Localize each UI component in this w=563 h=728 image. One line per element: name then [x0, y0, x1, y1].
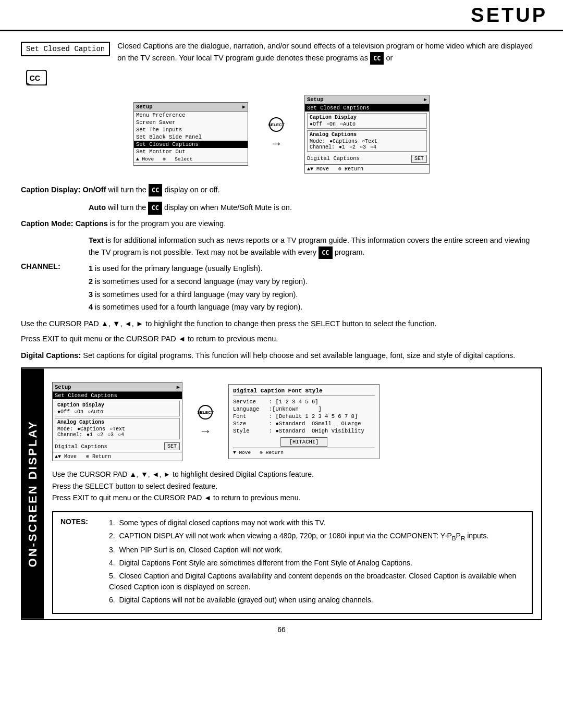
right-mockup: Setup ▶ Set Closed Captions Caption Disp… [304, 95, 430, 174]
cc-icon-large: CC [26, 70, 47, 85]
note-6: 6. Digital Captions will not be availabl… [99, 595, 524, 606]
digital-instructions: Use the CURSOR PAD ▲, ▼, ◄, ► to highlig… [52, 468, 533, 503]
dlm-title-text: Setup [55, 384, 71, 390]
hitachi-button[interactable]: [HITACHI] [280, 437, 328, 447]
digital-captions-desc: Digital Captions: Set captions for digit… [21, 350, 542, 361]
digital-select-circle: SELECT [198, 405, 213, 419]
fs-style-value: : ●Standard OHigh Visibility [269, 428, 364, 434]
analog-ch-1: ●1 [339, 144, 345, 150]
left-mockup: Setup ▶ Menu Preference Screen Saver Set… [133, 102, 248, 166]
dlm-mode-captions: ●Captions [77, 426, 105, 432]
text-mode-indent: Text is for additional information such … [89, 235, 542, 259]
analog-mode-captions: ●Captions [329, 139, 358, 144]
digital-right-arrow: → [199, 424, 212, 438]
text-rest: is for additional information such as ne… [89, 236, 530, 256]
caption-display-bold: Caption Display: On/Off [21, 186, 106, 194]
notes-label: NOTES: [60, 517, 94, 608]
set-cc-row: Set Closed Caption Closed Captions are t… [21, 41, 542, 65]
analog-mode-row: Mode: ●Captions ○Text [310, 139, 424, 144]
digital-captions-row: Digital Captions SET [305, 153, 429, 164]
dlm-ch-3: ○3 [107, 432, 114, 438]
text-end: program. [335, 248, 365, 256]
channel-item-4: 4 is sometimes used for a fourth languag… [89, 301, 308, 314]
caption-display-end: display on or off. [164, 186, 219, 194]
note-2: 2. CAPTION DISPLAY will not work when vi… [99, 530, 524, 542]
channel-section: CHANNEL: 1 is used for the primary langu… [21, 262, 542, 314]
dlm-auto: ○Auto [88, 409, 103, 415]
set-button[interactable]: SET [411, 155, 427, 163]
set-cc-desc: Closed Captions are the dialogue, narrat… [117, 41, 542, 65]
set-cc-label: Set Closed Caption [21, 42, 110, 56]
dlm-digital-label: Digital Captions [55, 443, 107, 450]
channel-item-1: 1 is used for the primary language (usua… [89, 262, 308, 275]
fs-language-label: Language [233, 406, 267, 412]
text-bold: Text [89, 236, 104, 244]
analog-ch-4: ○4 [370, 144, 376, 150]
dlm-cd-title: Caption Display [57, 402, 177, 408]
cc-badge-3: CC [319, 246, 332, 260]
digital-captions-bold-label: Digital Captions: [21, 351, 81, 360]
dlm-ch-1: ●1 [87, 432, 93, 438]
right-mockup-subtitle: Set Closed Captions [305, 104, 429, 112]
page-content: Set Closed Caption Closed Captions are t… [0, 31, 563, 644]
fs-footer: ▼ Move ⊚ Return [233, 448, 375, 455]
page-number: 66 [21, 625, 542, 634]
channel-label: CHANNEL: [21, 262, 89, 314]
fs-size-value: : ●Standard OSmall OLarge [269, 421, 361, 427]
cc-badge-inline: CC [370, 52, 384, 65]
left-mockup-item-2: Screen Saver [134, 119, 248, 126]
digital-captions-label: Digital Captions [307, 155, 360, 162]
dlm-channel-row: Channel: ●1 ○2 ○3 ○4 [57, 432, 177, 438]
captions-bold: Captions [76, 219, 108, 228]
cd-opt-off: ●Off [310, 121, 322, 127]
fs-style: Style : ●Standard OHigh Visibility [233, 428, 375, 434]
select-arrow-group: SELECT → [269, 117, 284, 151]
select-button-top: SELECT [269, 117, 284, 133]
dlm-mode-row: Mode: ●Captions ○Text [57, 426, 177, 432]
auto-end: display on when Mute/Soft Mute is on. [164, 203, 292, 212]
left-mockup-arrow: ▶ [242, 104, 246, 110]
bottom-content: Setup ▶ Set Closed Captions Caption Disp… [44, 368, 541, 619]
caption-display-title: Caption Display [310, 115, 424, 120]
dlm-mode-label: Mode: [57, 426, 73, 432]
dlm-cd-options: ●Off ○On ○Auto [57, 409, 177, 415]
left-mockup-item-6: Set Monitor Out [134, 148, 248, 155]
svg-text:CC: CC [30, 73, 41, 82]
notes-row: NOTES: 1. Some types of digital closed c… [60, 517, 524, 608]
analog-channel-row: Channel: ●1 ○2 ○3 ○4 [310, 144, 424, 150]
dlm-mode-text: ○Text [109, 426, 125, 432]
cursor-line1: Use the CURSOR PAD ▲, ▼, ◄, ► to highlig… [21, 318, 542, 329]
dlm-set-btn[interactable]: SET [164, 442, 180, 450]
digital-select-group: SELECT → [198, 405, 213, 438]
right-mockup-title-text: Setup [307, 96, 324, 103]
page-title: SETUP [0, 4, 547, 27]
dlm-arrow: ▶ [177, 384, 180, 390]
note-4: 4. Digital Captions Font Style are somet… [99, 558, 524, 569]
font-style-title: Digital Caption Font Style [233, 388, 375, 396]
dlm-title: Setup ▶ [53, 382, 182, 392]
right-mockup-footer: ▲▼ Move ⊚ Return [305, 164, 429, 173]
fs-style-label: Style [233, 428, 267, 434]
screen-mockups-row1: Setup ▶ Menu Preference Screen Saver Set… [21, 95, 542, 174]
caption-mode-label: Caption Mode: [21, 219, 74, 228]
caption-mode-section: Caption Mode: Captions is for the progra… [21, 218, 542, 229]
fs-service-value: : [1 2 3 4 5 6] [269, 399, 319, 405]
digital-left-mockup: Setup ▶ Set Closed Captions Caption Disp… [52, 382, 182, 461]
left-mockup-item-1: Menu Preference [134, 112, 248, 119]
dlm-off: ●Off [57, 409, 70, 415]
fs-size: Size : ●Standard OSmall OLarge [233, 421, 375, 427]
caption-display-line1: Caption Display: On/Off will turn the CC… [21, 184, 542, 197]
analog-mode-text: ○Text [362, 139, 377, 144]
left-mockup-title-text: Setup [136, 104, 153, 110]
cursor-instructions: Use the CURSOR PAD ▲, ▼, ◄, ► to highlig… [21, 318, 542, 344]
digital-inst-2: Press the SELECT button to select desire… [52, 480, 533, 492]
fs-service-label: Service [233, 399, 267, 405]
fs-size-label: Size [233, 421, 267, 427]
dlm-digital-row: Digital Captions SET [53, 441, 182, 452]
fs-language-value: :[Unknown ] [269, 406, 322, 412]
dlm-caption-display: Caption Display ●Off ○On ○Auto [55, 401, 180, 416]
caption-display-will: will turn the [108, 186, 149, 194]
caption-mode-captions: Caption Mode: Captions is for the progra… [21, 218, 542, 229]
notes-list: 1. Some types of digital closed captions… [99, 517, 524, 608]
cc-badge-1: CC [149, 184, 162, 197]
